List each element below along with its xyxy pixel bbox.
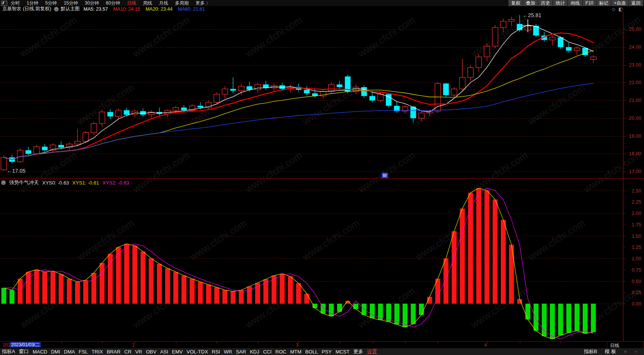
bottom-tab-cci[interactable]: CCI (261, 349, 273, 355)
toolbar-button-draw-line[interactable]: 画线 (568, 0, 582, 7)
bottom-tab-roc[interactable]: ROC (273, 349, 288, 355)
toolbar-button-overlay[interactable]: 叠加 (523, 0, 538, 7)
period-tab-monthly[interactable]: 月线 (155, 0, 171, 6)
bottom-tab-brar[interactable]: BRAR (105, 349, 122, 355)
toolbar-top-buttons: 复权叠加历史统计画线F10标记+自选返回 (508, 0, 643, 7)
week-tick (217, 342, 217, 343)
week-tick (20, 342, 21, 343)
indicator-value-0: XYS0: -0.63 (42, 180, 69, 186)
year-partial-label: 202 (3, 342, 10, 348)
split-window-icon[interactable]: ◧ (618, 6, 623, 12)
chart-header: 京基智农 (日线.前复权) ⌄ 默认主图 MA5: 23.57MA10: 24.… (0, 6, 644, 12)
bottom-tab-obv[interactable]: OBV (144, 349, 158, 355)
week-tick (102, 342, 102, 343)
cai-marker-badge: 财 (382, 173, 388, 178)
bottom-tab-mcst[interactable]: MCST (334, 349, 352, 355)
ma-label-1: MA10: 24.15 (113, 6, 140, 12)
week-tick (340, 342, 340, 343)
bottom-tab-kdj[interactable]: KDJ (248, 349, 261, 355)
main-chart-type[interactable]: 默认主图 (61, 6, 80, 12)
week-tick (61, 342, 62, 343)
period-tab-weekly[interactable]: 周线 (139, 0, 155, 6)
toolbar-button-back[interactable]: 返回 (629, 0, 643, 7)
bottom-tab-mtm[interactable]: MTM (288, 349, 304, 355)
chevron-down-icon[interactable]: ⌄ (54, 7, 59, 11)
month-label-4: 4 (484, 342, 487, 348)
date-axis[interactable]: 202 2023/01/03/二 日线 234 (0, 342, 644, 348)
ma-label-3: MA60: 21.61 (178, 6, 205, 12)
ma-label-0: MA5: 23.57 (83, 6, 108, 12)
bottom-tab-asi[interactable]: ASI (158, 349, 170, 355)
bottom-tab-psy[interactable]: PSY (320, 349, 334, 355)
period-tab-more[interactable]: 更多 〉 (192, 0, 214, 6)
diamond-icon[interactable]: ◇ (612, 6, 615, 12)
bottom-tab-boll[interactable]: BOLL (304, 349, 320, 355)
week-tick (176, 342, 176, 343)
toolbar-bottom-right: 指标B模 板+− (582, 348, 639, 355)
indicator-menu: 指标A窗口MACDDMIDMAFSLTRIXBRARCRVROBVASIEMVV… (0, 348, 379, 355)
toolbar-button-add-watchlist[interactable]: +自选 (611, 0, 628, 7)
bottom-tab-indicator-a[interactable]: 指标A (0, 348, 17, 355)
week-tick (520, 342, 520, 343)
week-tick (258, 342, 258, 343)
indicator-values: XYS0: -0.63XYS1: -0.61XYS2: -0.63 (42, 180, 129, 186)
toolbar-bottom: 指标A窗口MACDDMIDMAFSLTRIXBRARCRVROBVASIEMVV… (0, 348, 644, 355)
toolbar-button-mark[interactable]: 标记 (596, 0, 611, 7)
bottom-tab-emv[interactable]: EMV (170, 349, 185, 355)
week-tick (372, 342, 373, 343)
toolbar-button-history[interactable]: 历史 (538, 0, 553, 7)
bottom-tab-rsi[interactable]: RSI (210, 349, 222, 355)
indicator-value-2: XYS2: -0.63 (102, 180, 129, 186)
bottom-button-zoom-out[interactable]: − (633, 349, 639, 355)
month-label-3: 3 (296, 342, 299, 348)
indicator-name[interactable]: 强势牛气冲天 (9, 179, 39, 186)
bottom-button-template[interactable]: 模 板 (603, 348, 618, 355)
week-tick (438, 342, 438, 343)
period-tab-30min[interactable]: 30分钟 (81, 0, 102, 6)
week-tick (405, 342, 406, 343)
bottom-tab-settings[interactable]: 设置 (365, 348, 379, 355)
toolbar-button-f10[interactable]: F10 (583, 0, 596, 6)
month-tick (299, 342, 299, 343)
toolbar-button-adjust[interactable]: 复权 (508, 0, 523, 7)
axis-divider-line (643, 342, 644, 348)
bottom-tab-cr[interactable]: CR (122, 349, 133, 355)
bottom-tab-vr[interactable]: VR (133, 349, 144, 355)
bottom-tab-macd[interactable]: MACD (31, 349, 49, 355)
month-label-2: 2 (132, 342, 135, 348)
week-tick (561, 342, 561, 343)
ma-value-labels: MA5: 23.57MA10: 24.15MA20: 23.44MA60: 21… (83, 6, 205, 12)
chevron-down-icon[interactable]: ⌄ (1, 180, 6, 185)
bottom-button-zoom-in[interactable]: + (622, 349, 629, 355)
toolbar-top: 分时1分钟5分钟15分钟30分钟60分钟日线周线月线多周期更多 〉 复权叠加历史… (0, 0, 644, 6)
bottom-tab-dma[interactable]: DMA (62, 349, 77, 355)
app-window: 分时1分钟5分钟15分钟30分钟60分钟日线周线月线多周期更多 〉 复权叠加历史… (0, 0, 644, 355)
price-and-indicator-chart[interactable] (0, 12, 644, 342)
selected-date-label: 2023/01/03/二 (10, 342, 41, 347)
bottom-tab-dmi[interactable]: DMI (49, 349, 62, 355)
symbol-name: 京基智农 (2, 6, 21, 12)
bottom-tab-more[interactable]: 更多 (352, 348, 365, 355)
axis-divider-line (607, 342, 607, 348)
indicator-value-1: XYS1: -0.61 (72, 180, 99, 186)
bottom-tab-sar[interactable]: SAR (234, 349, 248, 355)
period-tab-60min[interactable]: 60分钟 (102, 0, 123, 6)
bottom-tab-wr[interactable]: WR (222, 349, 234, 355)
period-tab-multi-period[interactable]: 多周期 (171, 0, 192, 6)
bottom-tab-vol-tdx[interactable]: VOL-TDX (185, 349, 210, 355)
symbol-mode: (日线.前复权) (23, 6, 51, 12)
month-tick (487, 342, 487, 343)
header-right-icons: ◇ ◧ (612, 6, 623, 12)
period-tab-daily[interactable]: 日线 (123, 0, 139, 6)
indicator-header: ⌄ 强势牛气冲天 XYS0: -0.63XYS1: -0.61XYS2: -0.… (1, 179, 129, 186)
bottom-tab-fsl[interactable]: FSL (77, 349, 90, 355)
bottom-tab-window[interactable]: 窗口 (17, 348, 31, 355)
bottom-button-indicator-b[interactable]: 指标B (582, 348, 599, 355)
toolbar-button-statistics[interactable]: 统计 (553, 0, 567, 7)
ma-label-2: MA20: 23.44 (145, 6, 173, 12)
app-icon (1, 1, 7, 6)
month-tick (135, 342, 135, 343)
bottom-tab-trix[interactable]: TRIX (90, 349, 105, 355)
